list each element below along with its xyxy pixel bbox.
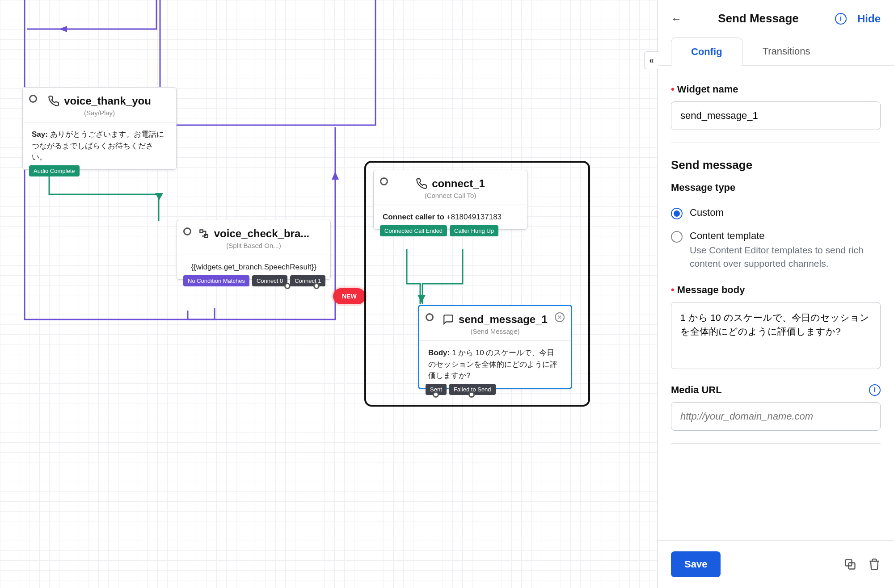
message-icon [443,314,454,325]
node-subtitle: (Say/Play) [23,109,176,122]
widget-name-input[interactable] [671,101,881,130]
node-anchor-dot[interactable] [380,177,388,185]
node-subtitle: (Connect Call To) [374,192,527,205]
phone-icon [416,178,427,189]
node-body: Body: 1 から 10 のスケールで、今日のセッションを全体的にどのように評… [419,340,571,388]
node-anchor-dot[interactable] [426,313,434,321]
svg-marker-1 [332,172,339,180]
pill-out-dot[interactable] [313,283,320,289]
copy-icon[interactable] [844,558,856,571]
pill-connect-1[interactable]: Connect 1 [290,275,325,286]
node-connect-1[interactable]: connect_1 (Connect Call To) Connect call… [373,170,527,230]
panel-title: Send Message [718,12,799,25]
node-title: send_message_1 [459,313,548,326]
node-title: voice_check_bra... [214,227,309,240]
info-icon[interactable]: i [869,384,881,396]
pill-call-ended[interactable]: Connected Call Ended [380,225,447,236]
label-widget-name: Widget name [671,84,881,95]
node-voice-thank-you[interactable]: voice_thank_you (Say/Play) Say: ありがとうござい… [22,87,177,170]
media-url-input[interactable] [671,402,881,431]
node-anchor-dot[interactable] [183,227,191,235]
back-arrow-icon[interactable]: ← [671,13,682,25]
phone-icon [48,95,59,107]
new-badge[interactable]: NEW [333,288,366,304]
radio-template-desc: Use Content Editor templates to send ric… [690,244,877,271]
hide-button[interactable]: Hide [857,13,881,25]
pill-audio-complete[interactable]: Audio Complete [29,165,80,176]
node-subtitle: (Send Message) [419,328,571,340]
node-send-message-1[interactable]: ✕ send_message_1 (Send Message) Body: 1 … [418,305,572,389]
trash-icon[interactable] [868,558,881,571]
pill-no-condition[interactable]: No Condition Matches [183,275,249,286]
pill-out-dot[interactable] [468,391,475,398]
pill-connect-0[interactable]: Connect 0 [252,275,287,286]
flow-canvas[interactable]: voice_thank_you (Say/Play) Say: ありがとうござい… [0,0,657,588]
node-anchor-dot[interactable] [29,95,37,103]
tab-transitions[interactable]: Transitions [742,37,831,65]
node-body: Say: ありがとうございます。お電話につながるまでしばらくお待ちください。 [23,122,176,169]
label-message-type: Message type [671,182,881,193]
pill-out-dot[interactable] [284,283,291,289]
node-subtitle: (Split Based On...) [177,242,330,255]
radio-custom-label: Custom [690,207,724,218]
svg-marker-2 [155,193,163,200]
pill-out-dot[interactable] [433,391,439,398]
config-panel: « ← Send Message i Hide Config Transitio… [657,0,894,588]
radio-custom[interactable] [671,208,683,219]
node-voice-check-branch[interactable]: voice_check_bra... (Split Based On...) {… [177,220,331,280]
collapse-panel-button[interactable]: « [644,51,658,69]
node-title: voice_thank_you [64,95,151,107]
svg-marker-0 [59,26,67,32]
radio-content-template[interactable] [671,231,683,243]
label-send-message: Send message [671,158,881,172]
label-message-body: Message body [671,284,881,296]
pill-caller-hung-up[interactable]: Caller Hung Up [450,225,498,236]
tab-config[interactable]: Config [671,38,742,66]
node-title: connect_1 [432,177,485,190]
save-button[interactable]: Save [671,551,721,577]
message-body-textarea[interactable] [671,302,881,369]
info-icon[interactable]: i [835,13,847,25]
radio-template-label: Content template [690,230,877,242]
label-media-url: Media URL [671,384,722,396]
split-icon [198,228,210,239]
